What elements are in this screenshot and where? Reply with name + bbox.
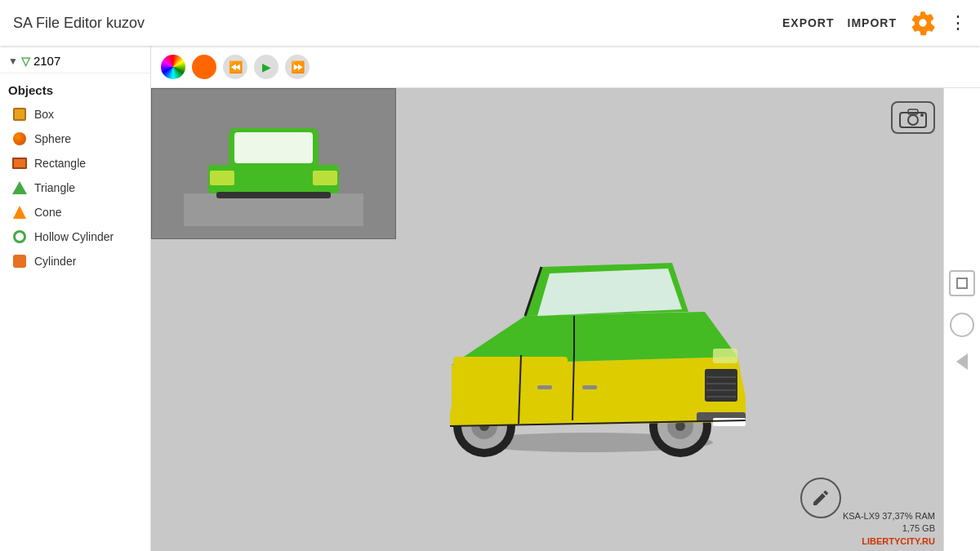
sphere-icon — [11, 131, 28, 147]
object-item-cone[interactable]: Cone — [8, 200, 142, 224]
svg-rect-31 — [713, 418, 746, 426]
object-label-rectangle: Rectangle — [34, 157, 86, 170]
watermark: LIBERTYCITY.RU — [843, 535, 935, 548]
objects-section-label: Objects — [8, 83, 142, 97]
box-icon — [11, 106, 28, 122]
object-item-cylinder[interactable]: Cylinder — [8, 249, 142, 273]
camera-icon — [898, 106, 928, 129]
right-controls — [943, 88, 980, 551]
object-label-sphere: Sphere — [34, 132, 71, 145]
app-title: SA File Editor kuzov — [13, 15, 782, 32]
object-label-box: Box — [34, 108, 54, 121]
object-item-box[interactable]: Box — [8, 102, 142, 127]
square-icon — [956, 277, 969, 290]
color-picker-button[interactable] — [161, 55, 185, 79]
car-model-svg — [394, 218, 786, 463]
hollow-cylinder-icon — [11, 229, 28, 245]
model-id: 2107 — [33, 54, 60, 68]
settings-icon[interactable] — [910, 10, 936, 36]
device-name: KSA-LX9 — [843, 511, 880, 521]
play-button[interactable]: ▶ — [254, 55, 278, 79]
edit-button[interactable] — [800, 478, 841, 518]
object-item-sphere[interactable]: Sphere — [8, 127, 142, 151]
rectangle-icon — [11, 155, 28, 171]
circle-button[interactable] — [950, 313, 974, 337]
pencil-icon — [811, 488, 831, 508]
object-label-cylinder: Cylinder — [34, 255, 76, 268]
camera-overlay[interactable] — [891, 101, 935, 134]
object-item-hollow-cylinder[interactable]: Hollow Cylinder — [8, 224, 142, 249]
ram-usage: 37,37% RAM — [882, 511, 935, 521]
object-item-rectangle[interactable]: Rectangle — [8, 151, 142, 176]
export-button[interactable]: EXPORT — [782, 16, 835, 29]
svg-rect-36 — [957, 278, 967, 288]
tree-root-item[interactable]: ▼ ▽ 2107 — [0, 46, 150, 73]
object-item-triangle[interactable]: Triangle — [8, 176, 142, 200]
cone-icon — [11, 204, 28, 220]
svg-rect-33 — [582, 385, 597, 389]
svg-rect-4 — [210, 171, 234, 185]
rewind-button[interactable]: ⏪ — [223, 55, 247, 79]
storage-info: 1,75 GB — [843, 522, 935, 535]
chevron-down-icon: ▼ — [8, 56, 18, 67]
square-button[interactable] — [949, 270, 975, 296]
object-label-cone: Cone — [34, 206, 61, 219]
toolbar-row: ⏪ ▶ ⏩ — [151, 46, 980, 88]
main-viewport: KSA-LX9 37,37% RAM 1,75 GB LIBERTYCITY.R… — [151, 88, 980, 551]
objects-section: Objects Box Sphere Rectangle Triangle Co… — [0, 73, 150, 277]
more-menu-icon[interactable]: ⋮ — [949, 12, 967, 33]
svg-rect-29 — [713, 349, 737, 363]
svg-point-8 — [908, 115, 918, 125]
topbar: SA File Editor kuzov EXPORT IMPORT ⋮ — [0, 0, 980, 46]
back-arrow-icon[interactable] — [956, 353, 968, 370]
object-label-hollow-cylinder: Hollow Cylinder — [34, 230, 114, 243]
triangle-icon — [11, 180, 28, 196]
fast-forward-button[interactable]: ⏩ — [285, 55, 310, 79]
sidebar: ▼ ▽ 2107 Objects Box Sphere Rectangle Tr… — [0, 46, 151, 551]
device-info: KSA-LX9 37,37% RAM — [843, 510, 935, 522]
top-actions: EXPORT IMPORT ⋮ — [782, 10, 967, 36]
car-3d-view — [249, 153, 931, 527]
model-icon: ▽ — [21, 55, 30, 68]
object-label-triangle: Triangle — [34, 181, 75, 194]
svg-rect-32 — [537, 385, 552, 389]
stop-button[interactable] — [192, 55, 216, 79]
svg-rect-20 — [453, 357, 568, 396]
import-button[interactable]: IMPORT — [848, 16, 897, 29]
cylinder-icon — [11, 253, 28, 269]
status-bar: KSA-LX9 37,37% RAM 1,75 GB LIBERTYCITY.R… — [843, 510, 935, 548]
svg-point-10 — [920, 113, 924, 117]
